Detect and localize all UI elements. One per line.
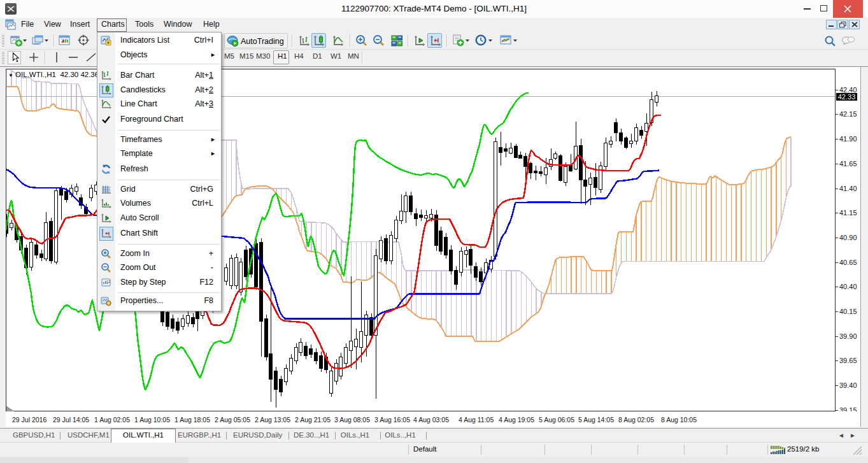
svg-text:12: 12 — [106, 280, 111, 283]
